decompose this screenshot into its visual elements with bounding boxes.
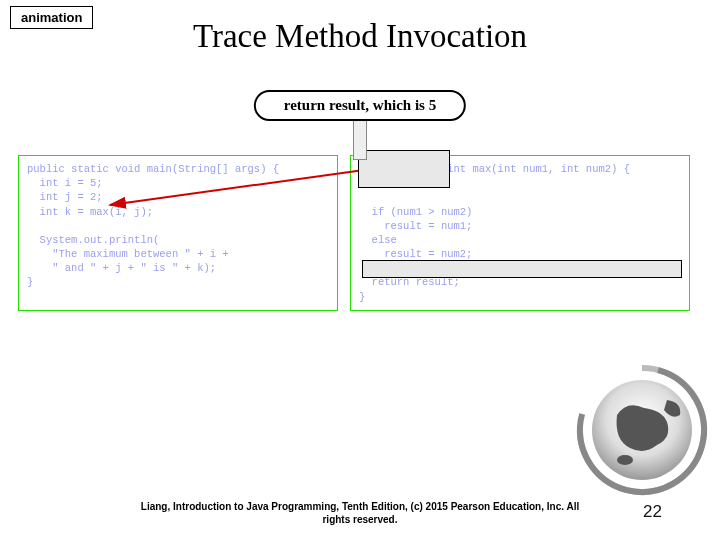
svg-point-2 — [617, 455, 633, 465]
slide-title: Trace Method Invocation — [0, 18, 720, 55]
code-box-main: public static void main(String[] args) {… — [18, 155, 338, 311]
footer-line-2: rights reserved. — [322, 514, 397, 525]
footer-line-1: Liang, Introduction to Java Programming,… — [141, 501, 579, 512]
callout-stem — [353, 118, 367, 160]
animation-badge: animation — [10, 6, 93, 29]
callout-bubble: return result, which is 5 — [254, 90, 466, 121]
page-number: 22 — [643, 502, 662, 522]
overlay-box-top — [358, 150, 450, 188]
footer-citation: Liang, Introduction to Java Programming,… — [0, 501, 720, 526]
globe-decoration — [572, 360, 712, 500]
overlay-box-return — [362, 260, 682, 278]
